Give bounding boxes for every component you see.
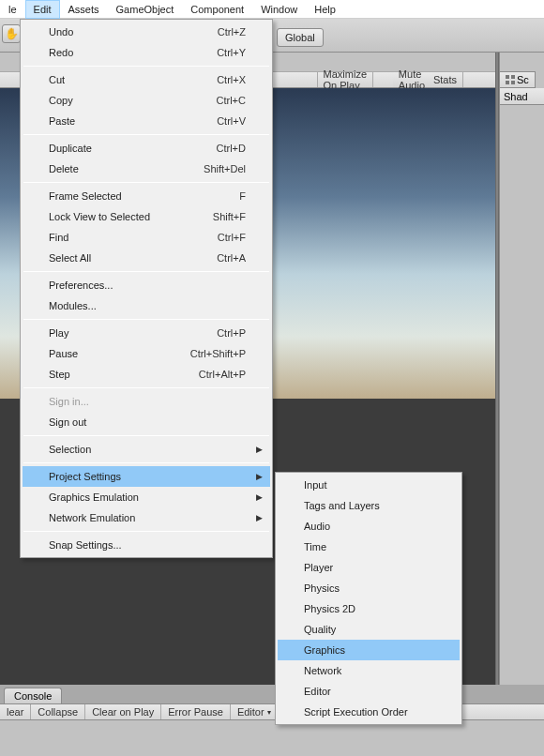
menu-window[interactable]: Window <box>252 0 306 19</box>
menu-item-shortcut: Ctrl+Shift+P <box>190 348 246 359</box>
menu-item-label: Editor <box>304 686 331 697</box>
menu-item-label: Select All <box>49 252 91 264</box>
edit-menu-item-play[interactable]: PlayCtrl+P <box>23 323 270 343</box>
edit-menu-item-graphics-emulation[interactable]: Graphics Emulation▶ <box>23 487 270 507</box>
project-settings-item-player[interactable]: Player <box>278 557 460 578</box>
edit-menu-item-cut[interactable]: CutCtrl+X <box>23 69 270 90</box>
menu-item-label: Delete <box>49 163 79 174</box>
project-settings-item-script-execution-order[interactable]: Script Execution Order <box>278 702 460 722</box>
menu-separator <box>23 435 269 436</box>
project-settings-item-time[interactable]: Time <box>278 537 460 557</box>
scene-tab-label: Sc <box>517 74 529 85</box>
menu-item-shortcut: Ctrl+P <box>217 327 246 339</box>
edit-menu-dropdown: UndoCtrl+ZRedoCtrl+YCutCtrl+XCopyCtrl+CP… <box>20 19 273 558</box>
edit-menu-item-step[interactable]: StepCtrl+Alt+P <box>23 364 270 385</box>
menu-item-label: Paste <box>49 115 75 127</box>
menubar: le Edit Assets GameObject Component Wind… <box>0 0 544 19</box>
menu-item-label: Project Settings <box>49 471 121 482</box>
menu-component[interactable]: Component <box>182 0 252 19</box>
project-settings-item-physics[interactable]: Physics <box>278 578 460 598</box>
menu-item-shortcut: Ctrl+Z <box>218 26 246 38</box>
edit-menu-item-network-emulation[interactable]: Network Emulation▶ <box>23 507 270 528</box>
menu-item-label: Tags and Layers <box>304 500 380 511</box>
edit-menu-item-redo[interactable]: RedoCtrl+Y <box>23 42 270 63</box>
scene-icon <box>506 75 515 84</box>
menu-item-shortcut: Ctrl+Y <box>217 47 246 58</box>
edit-menu-item-project-settings[interactable]: Project Settings▶ <box>23 466 270 487</box>
menu-item-shortcut: Ctrl+V <box>217 115 246 127</box>
edit-menu-item-duplicate[interactable]: DuplicateCtrl+D <box>23 138 270 159</box>
menu-item-label: Quality <box>304 624 336 635</box>
edit-menu-item-lock-view-to-selected[interactable]: Lock View to SelectedShift+F <box>23 206 270 227</box>
scene-shading-dropdown[interactable]: Shad <box>500 88 544 105</box>
console-body <box>0 720 544 756</box>
edit-menu-item-paste[interactable]: PasteCtrl+V <box>23 111 270 131</box>
svg-rect-2 <box>506 81 509 84</box>
menu-item-shortcut: F <box>239 190 246 202</box>
menu-item-label: Input <box>304 479 326 491</box>
menu-separator <box>23 531 269 532</box>
project-settings-item-physics-2d[interactable]: Physics 2D <box>278 598 460 619</box>
menu-assets[interactable]: Assets <box>60 0 108 19</box>
menu-item-label: Network Emulation <box>49 512 135 523</box>
menu-item-label: Sign in... <box>49 396 89 407</box>
menu-item-label: Undo <box>49 26 73 38</box>
edit-menu-item-sign-out[interactable]: Sign out <box>23 412 270 432</box>
console-clear-on-play-button[interactable]: Clear on Play <box>85 704 161 719</box>
menu-item-label: Play <box>49 327 68 339</box>
menu-separator <box>23 319 269 320</box>
submenu-arrow-icon: ▶ <box>256 472 263 481</box>
scene-tab[interactable]: Sc <box>499 71 536 88</box>
menu-item-label: Preferences... <box>49 280 113 291</box>
menu-edit[interactable]: Edit <box>25 0 60 19</box>
menu-item-label: Player <box>304 562 333 573</box>
project-settings-item-graphics[interactable]: Graphics <box>278 640 460 660</box>
edit-menu-item-frame-selected[interactable]: Frame SelectedF <box>23 186 270 206</box>
menu-item-shortcut: Ctrl+F <box>218 232 246 243</box>
menu-item-label: Network <box>304 665 341 676</box>
svg-rect-3 <box>511 81 515 84</box>
edit-menu-item-preferences[interactable]: Preferences... <box>23 275 270 295</box>
edit-menu-item-find[interactable]: FindCtrl+F <box>23 227 270 248</box>
project-settings-item-editor[interactable]: Editor <box>278 681 460 702</box>
menu-item-label: Physics <box>304 582 340 594</box>
edit-menu-item-selection[interactable]: Selection▶ <box>23 439 270 460</box>
mute-audio-button[interactable]: Mute Audio <box>393 72 431 87</box>
menu-item-shortcut: Ctrl+A <box>217 252 246 264</box>
menu-gameobject[interactable]: GameObject <box>108 0 183 19</box>
menu-separator <box>23 182 269 183</box>
project-settings-item-tags-and-layers[interactable]: Tags and Layers <box>278 495 460 516</box>
edit-menu-item-undo[interactable]: UndoCtrl+Z <box>23 22 270 42</box>
project-settings-item-network[interactable]: Network <box>278 660 460 681</box>
console-tab[interactable]: Console <box>4 688 62 703</box>
stats-button[interactable]: Stats <box>428 72 463 87</box>
menu-item-label: Find <box>49 232 68 243</box>
scene-pane-right: Sc Shad <box>499 53 544 685</box>
menu-item-label: Time <box>304 541 326 552</box>
menu-help[interactable]: Help <box>306 0 344 19</box>
edit-menu-item-delete[interactable]: DeleteShift+Del <box>23 159 270 179</box>
console-error-pause-button[interactable]: Error Pause <box>161 704 231 719</box>
edit-menu-item-modules[interactable]: Modules... <box>23 295 270 316</box>
console-editor-dropdown[interactable]: Editor <box>231 704 279 719</box>
menu-item-label: Graphics <box>304 644 345 656</box>
menu-file-partial[interactable]: le <box>0 0 25 19</box>
project-settings-item-input[interactable]: Input <box>278 475 460 495</box>
console-tab-row: Console <box>0 685 544 703</box>
edit-menu-item-select-all[interactable]: Select AllCtrl+A <box>23 248 270 268</box>
project-settings-item-quality[interactable]: Quality <box>278 619 460 640</box>
project-settings-item-audio[interactable]: Audio <box>278 516 460 537</box>
edit-menu-item-pause[interactable]: PauseCtrl+Shift+P <box>23 343 270 364</box>
menu-separator <box>23 387 269 388</box>
menu-item-shortcut: Ctrl+C <box>217 95 246 106</box>
menu-item-label: Cut <box>49 74 65 85</box>
edit-menu-item-snap-settings[interactable]: Snap Settings... <box>23 535 270 555</box>
menu-separator <box>23 66 269 67</box>
edit-menu-item-copy[interactable]: CopyCtrl+C <box>23 90 270 111</box>
hand-tool-icon[interactable]: ✋ <box>2 24 21 43</box>
console-clear-button[interactable]: lear <box>0 704 31 719</box>
maximize-on-play-button[interactable]: Maximize On Play <box>317 72 373 87</box>
menu-item-label: Pause <box>49 348 78 359</box>
console-collapse-button[interactable]: Collapse <box>31 704 85 719</box>
gizmo-global-button[interactable]: Global <box>277 28 324 47</box>
